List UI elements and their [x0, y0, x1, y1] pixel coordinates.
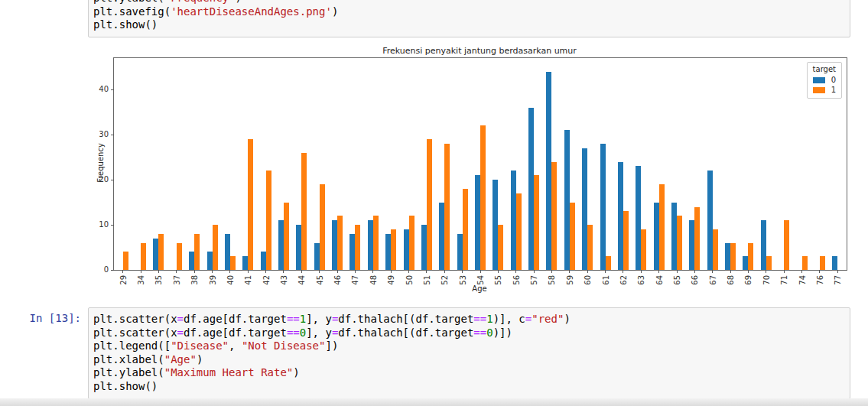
bar-target-1-age-65: [677, 216, 682, 270]
x-tick-mark: [623, 270, 623, 273]
x-tick-label: 37: [172, 275, 180, 285]
y-tick-mark: [111, 89, 114, 90]
y-tick-mark: [111, 135, 114, 135]
code-line: plt.ylabel("Maximum Heart Rate"): [93, 366, 845, 380]
bar-target-0-age-50: [404, 229, 409, 270]
x-tick-label: 54: [476, 275, 485, 285]
x-tick-label: 42: [262, 275, 270, 285]
bar-target-0-age-40: [225, 234, 230, 270]
y-tick-label: 10: [99, 220, 109, 229]
bar-target-1-age-38: [194, 234, 200, 270]
bar-target-0-age-51: [421, 225, 427, 270]
cell-above-code[interactable]: plt.ylabel('Frequency')plt.savefig('hear…: [93, 0, 845, 32]
bar-target-0-age-58: [546, 72, 551, 270]
x-tick-mark: [801, 270, 802, 273]
code-cell-below[interactable]: plt.scatter(x=df.age[df.target==1], y=df…: [88, 307, 850, 399]
x-tick-label: 76: [815, 275, 824, 285]
x-tick-mark: [426, 270, 427, 273]
x-tick-label: 67: [708, 275, 717, 285]
x-tick-label: 61: [601, 275, 610, 285]
x-tick-mark: [712, 270, 713, 273]
bar-target-0-age-46: [332, 220, 337, 270]
bar-target-1-age-56: [516, 193, 522, 270]
notebook-page: plt.ylabel('Frequency')plt.savefig('hear…: [0, 0, 868, 406]
bar-target-0-age-66: [689, 220, 694, 270]
x-tick-label: 70: [762, 275, 770, 285]
bar-target-0-age-57: [528, 108, 534, 270]
bar-target-0-age-38: [189, 252, 194, 270]
bar-target-0-age-45: [314, 243, 320, 270]
x-tick-label: 51: [422, 275, 431, 285]
x-tick-label: 45: [315, 275, 323, 285]
bar-target-0-age-43: [278, 220, 284, 270]
bar-target-1-age-68: [730, 243, 736, 270]
x-tick-mark: [122, 270, 123, 273]
legend-title: target: [813, 65, 836, 73]
code-cell-above[interactable]: plt.ylabel('Frequency')plt.savefig('hear…: [88, 0, 850, 37]
x-tick-mark: [766, 270, 766, 273]
bar-target-0-age-70: [761, 220, 766, 270]
bar-target-1-age-46: [337, 216, 343, 270]
x-tick-label: 34: [137, 275, 145, 285]
bar-target-0-age-69: [743, 256, 748, 270]
bar-target-1-age-29: [123, 252, 128, 270]
x-tick-label: 46: [333, 275, 342, 285]
x-tick-mark: [141, 270, 141, 273]
x-tick-label: 29: [119, 275, 127, 285]
bar-target-1-age-47: [355, 225, 360, 270]
x-tick-mark: [641, 270, 642, 273]
x-tick-mark: [265, 270, 266, 273]
bar-target-1-age-58: [551, 162, 557, 270]
code-line: plt.scatter(x=df.age[df.target==1], y=df…: [93, 313, 845, 326]
legend: target 01: [807, 62, 842, 99]
bar-target-1-age-43: [284, 203, 289, 270]
x-tick-label: 43: [279, 275, 288, 285]
bar-target-1-age-54: [480, 125, 486, 270]
code-line: plt.scatter(x=df.age[df.target==0], y=df…: [93, 326, 845, 340]
bar-target-1-age-67: [713, 229, 718, 270]
x-tick-label: 62: [619, 275, 627, 285]
chart-title: Frekuensi penyakit jantung berdasarkan u…: [382, 46, 577, 56]
x-tick-mark: [176, 270, 177, 273]
x-tick-label: 68: [727, 275, 735, 285]
x-tick-label: 56: [512, 275, 520, 285]
x-tick-label: 63: [637, 275, 645, 285]
x-tick-mark: [605, 270, 606, 273]
bar-target-1-age-48: [373, 216, 379, 270]
bar-target-1-age-64: [659, 184, 665, 270]
x-tick-label: 55: [494, 275, 502, 285]
bar-target-0-age-61: [600, 144, 606, 270]
x-tick-label: 77: [834, 275, 842, 285]
legend-label: 0: [830, 76, 836, 84]
bar-target-1-age-34: [141, 243, 146, 270]
bar-target-0-age-49: [385, 234, 391, 270]
bar-target-0-age-67: [707, 171, 713, 270]
bar-target-1-age-41: [248, 139, 253, 270]
x-tick-mark: [194, 270, 195, 273]
x-tick-label: 57: [530, 275, 538, 285]
y-tick-mark: [111, 180, 114, 180]
x-tick-label: 47: [351, 275, 359, 285]
bar-target-1-age-39: [213, 225, 218, 270]
bar-target-0-age-56: [511, 171, 516, 270]
legend-patch: [813, 77, 825, 83]
y-tick-label: 30: [99, 130, 109, 139]
x-tick-label: 74: [798, 275, 806, 285]
x-tick-label: 69: [744, 275, 753, 285]
bar-target-1-age-50: [409, 216, 414, 270]
x-tick-label: 50: [405, 275, 413, 285]
x-tick-mark: [319, 270, 320, 273]
bar-target-1-age-69: [748, 243, 753, 270]
x-tick-label: 35: [154, 275, 163, 285]
x-tick-label: 41: [244, 275, 252, 285]
cell-below-code[interactable]: plt.scatter(x=df.age[df.target==1], y=df…: [93, 313, 845, 394]
bar-target-1-age-61: [606, 256, 611, 270]
x-tick-mark: [534, 270, 535, 273]
x-tick-label: 39: [208, 275, 216, 285]
x-tick-mark: [784, 270, 785, 273]
bar-target-0-age-62: [618, 162, 623, 270]
x-tick-mark: [283, 270, 284, 273]
bar-target-1-age-62: [623, 211, 629, 270]
bar-target-0-age-64: [654, 203, 659, 270]
bar-target-0-age-53: [457, 234, 463, 270]
